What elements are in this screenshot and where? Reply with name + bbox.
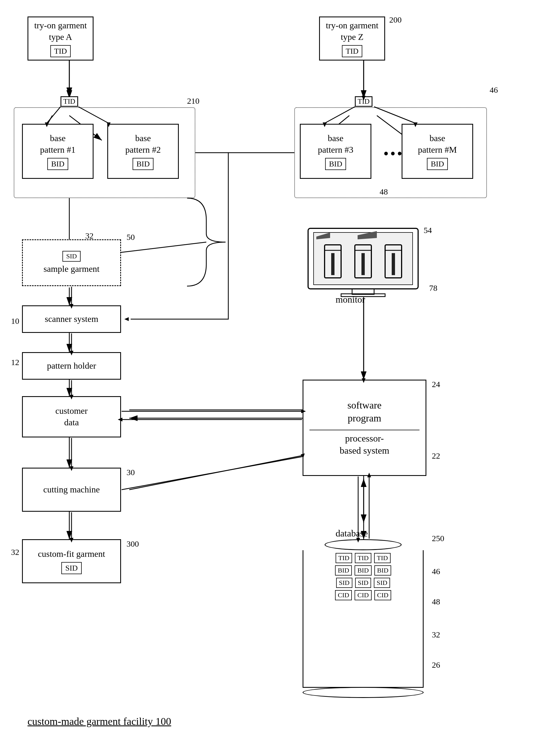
database-container: TID TID TID BID BID BID SID SID SID CID …	[302, 539, 424, 698]
monitor-svg	[302, 226, 424, 297]
db-tid-3: TID	[374, 553, 391, 563]
base-pattern-1-label: basepattern #1	[40, 132, 76, 155]
garment-type-a-label: try-on garmenttype A	[34, 20, 87, 43]
cutting-machine-box: cutting machine	[22, 468, 121, 512]
pattern-holder-label: pattern holder	[47, 360, 96, 372]
ref-12: 12	[11, 358, 19, 367]
software-program-label: softwareprogram	[347, 399, 382, 425]
ref-200: 200	[389, 15, 402, 24]
database-bottom-ellipse	[302, 687, 424, 698]
base-pattern-1-box: basepattern #1 BID	[22, 124, 94, 179]
ref-32c: 32	[432, 630, 440, 639]
db-cid-1: CID	[335, 590, 352, 600]
database-body: TID TID TID BID BID BID SID SID SID CID …	[302, 550, 424, 688]
db-row-bid: BID BID BID	[335, 565, 391, 576]
svg-rect-34	[331, 253, 334, 275]
customer-data-label: customerdata	[55, 405, 88, 428]
pattern-holder-box: pattern holder	[22, 352, 121, 380]
cutting-machine-label: cutting machine	[43, 484, 100, 495]
db-row-cid: CID CID CID	[335, 590, 391, 600]
base-pattern-3-label: basepattern #3	[318, 132, 353, 155]
db-cid-3: CID	[374, 590, 391, 600]
db-sid-1: SID	[336, 578, 352, 588]
db-row-tid: TID TID TID	[336, 553, 391, 563]
ref-210: 210	[187, 96, 200, 106]
database-label: database	[336, 528, 368, 539]
custom-fit-sid: SID	[61, 562, 81, 574]
tid-connector-right: TID	[355, 96, 373, 107]
svg-marker-48	[124, 317, 129, 321]
db-bid-1: BID	[335, 565, 352, 576]
garment-type-z-tid: TID	[342, 45, 363, 57]
ref-300: 300	[126, 539, 139, 549]
base-pattern-2-bid: BID	[132, 158, 154, 170]
db-tid-2: TID	[355, 553, 371, 563]
ref-32b: 32	[11, 547, 19, 557]
sample-garment-box: SID sample garment	[22, 239, 121, 286]
db-bid-3: BID	[374, 565, 391, 576]
ref-50: 50	[126, 232, 135, 242]
ref-22: 22	[432, 451, 440, 461]
ref-24: 24	[432, 380, 440, 389]
ref-46: 46	[490, 85, 498, 95]
scanner-system-box: scanner system	[22, 305, 121, 333]
base-pattern-m-box: basepattern #M BID	[402, 124, 473, 179]
base-pattern-2-box: basepattern #2 BID	[107, 124, 179, 179]
sample-garment-label: sample garment	[44, 263, 99, 275]
garment-type-a-tid: TID	[50, 45, 71, 57]
base-pattern-2-label: basepattern #2	[125, 132, 161, 155]
db-row-sid: SID SID SID	[336, 578, 390, 588]
ref-46b: 46	[432, 567, 440, 576]
ref-32a: 32	[85, 231, 94, 240]
svg-rect-35	[362, 253, 365, 275]
svg-rect-36	[392, 253, 395, 275]
customer-data-box: customerdata	[22, 396, 121, 437]
tid-connector-left: TID	[60, 96, 78, 107]
base-pattern-3-bid: BID	[325, 158, 346, 170]
scanner-system-label: scanner system	[45, 313, 99, 325]
custom-fit-garment-label: custom-fit garment	[38, 548, 105, 560]
ref-54: 54	[424, 226, 432, 235]
garment-type-z-label: try-on garmenttype Z	[326, 20, 378, 43]
processor-based-label: processor-based system	[340, 432, 389, 457]
base-pattern-3-box: basepattern #3 BID	[300, 124, 371, 179]
ellipsis: •••	[384, 146, 404, 161]
ref-48: 48	[380, 187, 388, 197]
ref-48b: 48	[432, 597, 440, 606]
monitor-label: monitor	[336, 294, 365, 305]
ref-250: 250	[432, 534, 444, 543]
base-pattern-m-label: basepattern #M	[418, 132, 457, 155]
base-pattern-m-bid: BID	[427, 158, 448, 170]
ref-30: 30	[126, 468, 135, 477]
garment-type-a-box: try-on garmenttype A TID	[27, 16, 94, 60]
db-cid-2: CID	[354, 590, 371, 600]
bottom-label: custom-made garment facility 100	[27, 715, 171, 727]
diagram-container: try-on garmenttype A TID try-on garmentt…	[0, 0, 554, 756]
base-pattern-1-bid: BID	[47, 158, 68, 170]
garment-type-z-box: try-on garmenttype Z TID	[319, 16, 385, 60]
monitor-area	[302, 226, 424, 297]
ref-10: 10	[11, 316, 19, 326]
custom-fit-garment-box: custom-fit garment SID	[22, 539, 121, 583]
db-bid-2: BID	[354, 565, 371, 576]
database-top-ellipse	[325, 539, 402, 550]
db-sid-3: SID	[374, 578, 390, 588]
sample-sid-badge: SID	[62, 251, 81, 262]
ref-78: 78	[429, 283, 437, 293]
svg-line-20	[129, 451, 325, 490]
ref-26: 26	[432, 660, 440, 669]
db-sid-2: SID	[355, 578, 371, 588]
db-tid-1: TID	[336, 553, 352, 563]
svg-line-65	[122, 457, 302, 490]
software-program-box: softwareprogram processor-based system	[302, 380, 426, 476]
